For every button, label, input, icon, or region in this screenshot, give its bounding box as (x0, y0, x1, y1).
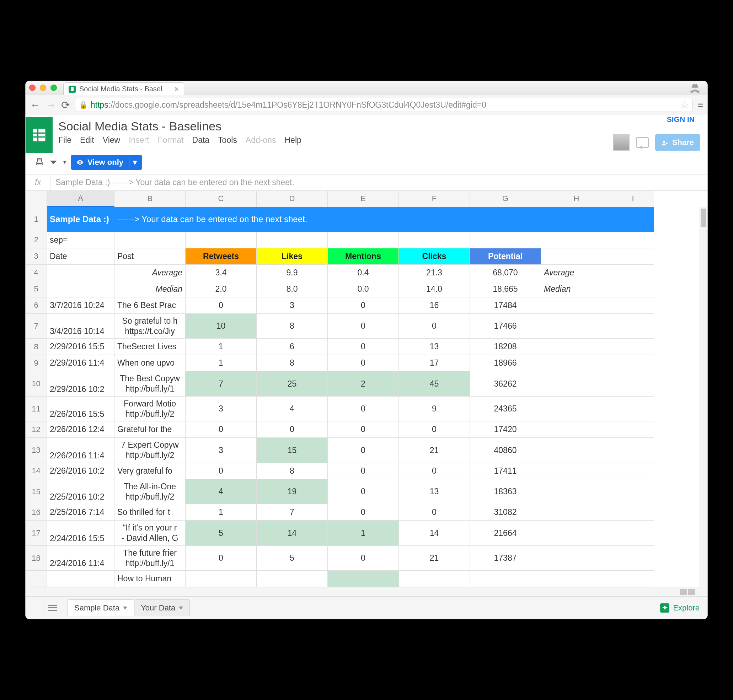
cell[interactable]: 21 (399, 438, 470, 463)
add-sheet-button[interactable] (34, 603, 43, 613)
cell[interactable]: 2.0 (185, 281, 257, 297)
cell[interactable]: Sample Data :) (47, 207, 115, 232)
cell[interactable]: Potential (470, 249, 541, 265)
cell[interactable]: 0 (328, 546, 399, 571)
cell[interactable]: 14 (399, 521, 470, 546)
cell[interactable]: The Best Copywhttp://buff.ly/1 (115, 371, 185, 397)
avatar[interactable] (613, 134, 630, 151)
column-header-C[interactable]: C (185, 191, 257, 207)
cell[interactable] (47, 571, 115, 587)
cell[interactable]: TheSecret Lives (115, 339, 185, 355)
cell[interactable]: 0 (399, 504, 470, 521)
cell[interactable]: 3/4/2016 10:14 (47, 314, 115, 339)
close-window[interactable] (29, 85, 35, 91)
cell[interactable]: 0 (328, 463, 399, 479)
cell[interactable] (612, 281, 654, 297)
cell[interactable] (612, 546, 654, 571)
cell[interactable]: 0.0 (328, 281, 399, 297)
cell[interactable]: 3 (26, 249, 47, 265)
cell[interactable] (328, 571, 399, 587)
cell[interactable]: 31082 (470, 504, 541, 521)
cell[interactable]: 14 (26, 463, 47, 479)
cell[interactable]: Likes (257, 249, 328, 265)
cell[interactable] (541, 355, 612, 371)
horizontal-scrollbar[interactable] (26, 587, 707, 596)
cell[interactable] (541, 546, 612, 571)
cell[interactable]: 15 (26, 479, 47, 504)
sheet-tab-sample-data[interactable]: Sample Data (68, 600, 134, 616)
cell[interactable] (541, 421, 612, 438)
cell[interactable]: 13 (26, 438, 47, 463)
cell[interactable]: 0 (328, 479, 399, 504)
menu-help[interactable]: Help (284, 135, 301, 145)
cell[interactable] (115, 232, 185, 249)
cell[interactable]: 12 (26, 421, 47, 438)
cell[interactable]: 17484 (470, 297, 541, 314)
filter-dropdown-icon[interactable]: ▾ (63, 159, 66, 166)
cell[interactable]: 21.3 (399, 265, 470, 281)
cell[interactable]: “If it’s on your r- David Allen, G (115, 521, 185, 546)
cell[interactable]: 17411 (470, 463, 541, 479)
cell[interactable]: 25 (257, 371, 328, 397)
cell[interactable]: 9.9 (257, 265, 328, 281)
cell[interactable]: 17 (26, 521, 47, 546)
cell[interactable]: 3 (185, 438, 257, 463)
cell[interactable]: 7 (26, 314, 47, 339)
sign-in-link[interactable]: SIGN IN (667, 115, 695, 124)
cell[interactable]: 0.4 (328, 265, 399, 281)
tab-menu-icon[interactable] (179, 607, 183, 609)
column-header-I[interactable]: I (612, 191, 654, 207)
cell[interactable]: 2/26/2016 15:5 (47, 397, 115, 422)
cell[interactable]: 1 (185, 355, 257, 371)
cell[interactable]: Median (541, 281, 612, 297)
cell[interactable]: 18966 (470, 355, 541, 371)
cell[interactable]: 18,665 (470, 281, 541, 297)
vertical-scrollbar[interactable] (699, 207, 707, 587)
cell[interactable] (47, 281, 115, 297)
cell[interactable]: Mentions (328, 249, 399, 265)
cell[interactable]: 8 (257, 355, 328, 371)
cell[interactable]: 45 (399, 371, 470, 397)
column-header-H[interactable]: H (541, 191, 612, 207)
cell[interactable] (541, 521, 612, 546)
cell[interactable] (612, 297, 654, 314)
cell[interactable]: 10 (185, 314, 257, 339)
spreadsheet-grid[interactable]: ABCDEFGHI1Sample Data :)------> Your dat… (26, 191, 707, 587)
cell[interactable]: 8 (257, 314, 328, 339)
menu-file[interactable]: File (58, 135, 71, 145)
cell[interactable]: 6 (257, 339, 328, 355)
cell[interactable]: 0 (185, 297, 257, 314)
cell[interactable] (541, 297, 612, 314)
filter-icon[interactable]: ⏷ (49, 157, 58, 168)
url-bar[interactable]: 🔒 https://docs.google.com/spreadsheets/d… (75, 98, 692, 112)
all-sheets-icon[interactable] (49, 605, 57, 611)
cell[interactable] (612, 504, 654, 521)
browser-tab[interactable]: Social Media Stats - Basel × (63, 82, 184, 95)
column-header-E[interactable]: E (328, 191, 399, 207)
cell[interactable]: 16 (26, 504, 47, 521)
cell[interactable]: 2/25/2016 10:2 (47, 479, 115, 504)
cell[interactable]: 7 Expert Copywhttp://buff.ly/2 (115, 438, 185, 463)
cell[interactable] (612, 571, 654, 587)
cell[interactable]: Clicks (399, 249, 470, 265)
cell[interactable] (26, 191, 47, 207)
cell[interactable] (612, 479, 654, 504)
cell[interactable]: 2/24/2016 15:5 (47, 521, 115, 546)
minimize-window[interactable] (40, 85, 46, 91)
cell[interactable] (612, 355, 654, 371)
cell[interactable] (541, 463, 612, 479)
view-only-button[interactable]: View only ▾ (71, 155, 142, 170)
document-title[interactable]: Social Media Stats - Baselines (58, 119, 613, 133)
cell[interactable]: 5 (185, 521, 257, 546)
cell[interactable]: 2/29/2016 15:5 (47, 339, 115, 355)
cell[interactable] (612, 397, 654, 422)
menu-data[interactable]: Data (192, 135, 210, 145)
cell[interactable]: Average (541, 265, 612, 281)
cell[interactable] (541, 479, 612, 504)
cell[interactable] (612, 265, 654, 281)
cell[interactable]: Retweets (185, 249, 257, 265)
cell[interactable]: 4 (185, 479, 257, 504)
cell[interactable]: 0 (328, 314, 399, 339)
cell[interactable] (541, 314, 612, 339)
cell[interactable]: 8.0 (257, 281, 328, 297)
